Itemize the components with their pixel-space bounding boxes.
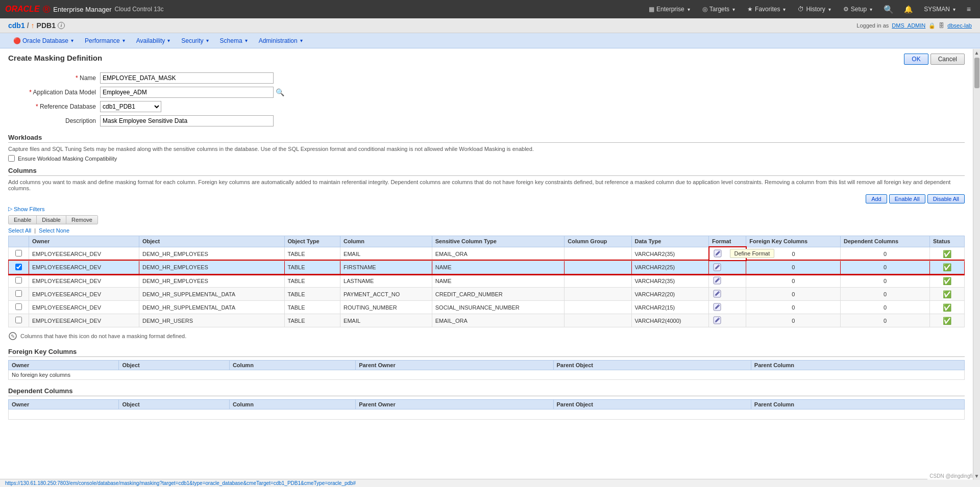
refdb-select[interactable]: cdb1_PDB1 <box>100 101 161 112</box>
table-row[interactable]: EMPLOYEESEARCH_DEV DEMO_HR_EMPLOYEES TAB… <box>9 261 965 274</box>
col-objtype-header[interactable]: Object Type <box>284 236 340 247</box>
disable-tab[interactable]: Disable <box>37 216 66 224</box>
select-all-link[interactable]: Select All <box>8 227 31 234</box>
search-icon[interactable]: 🔍 <box>879 3 898 16</box>
row-object: DEMO_HR_USERS <box>139 314 284 327</box>
row-select-cell[interactable] <box>9 288 29 301</box>
row-column: EMAIL <box>340 314 432 327</box>
disable-all-button[interactable]: Disable All <box>927 194 965 203</box>
table-header-row: Owner Object Object Type Column Sensitiv… <box>9 236 965 247</box>
row-owner: EMPLOYEESEARCH_DEV <box>29 288 139 301</box>
col-fk-header[interactable]: Foreign Key Columns <box>746 236 841 247</box>
col-owner-header[interactable]: Owner <box>29 236 139 247</box>
name-input[interactable] <box>100 72 274 84</box>
workloads-checkbox[interactable] <box>8 155 15 162</box>
row-format[interactable] <box>709 301 746 314</box>
history-icon: ⏱ <box>798 6 804 13</box>
col-column-header[interactable]: Column <box>340 236 432 247</box>
fk-section: Foreign Key Columns Owner Object Column … <box>8 348 965 380</box>
row-objtype: TABLE <box>284 301 340 314</box>
pdb-label: PDB1 <box>37 21 56 30</box>
row-checkbox[interactable] <box>15 303 22 310</box>
col-datatype-header[interactable]: Data Type <box>631 236 708 247</box>
administration-menu[interactable]: Administration ▾ <box>254 35 308 46</box>
scroll-down-arrow[interactable]: ▼ <box>973 472 980 480</box>
row-checkbox[interactable] <box>15 264 22 270</box>
define-format-icon[interactable] <box>712 289 722 298</box>
info-icon[interactable]: i <box>58 22 65 29</box>
enable-all-button[interactable]: Enable All <box>889 194 925 203</box>
row-select-cell[interactable] <box>9 274 29 288</box>
login-host-link[interactable]: dbsec-lab <box>947 22 972 29</box>
enable-tab[interactable]: Enable <box>9 216 37 224</box>
row-format[interactable]: Define Format <box>709 247 746 261</box>
row-format[interactable] <box>709 261 746 274</box>
targets-menu[interactable]: ◎ Targets ▾ <box>697 4 740 15</box>
table-row[interactable]: EMPLOYEESEARCH_DEV DEMO_HR_SUPPLEMENTAL_… <box>9 288 965 301</box>
define-format-icon[interactable] <box>713 249 723 258</box>
table-row[interactable]: EMPLOYEESEARCH_DEV DEMO_HR_USERS TABLE E… <box>9 314 965 327</box>
col-status-header[interactable]: Status <box>929 236 964 247</box>
row-checkbox[interactable] <box>15 317 22 323</box>
history-menu[interactable]: ⏱ History ▾ <box>793 4 836 15</box>
scroll-thumb[interactable] <box>974 58 979 88</box>
row-format[interactable] <box>709 288 746 301</box>
col-dep-header[interactable]: Dependent Columns <box>841 236 930 247</box>
oracle-db-menu[interactable]: 🔴 Oracle Database ▾ <box>8 35 79 46</box>
row-format[interactable] <box>709 274 746 288</box>
bell-icon[interactable]: 🔔 <box>900 3 917 15</box>
security-menu[interactable]: Security ▾ <box>176 35 213 46</box>
user-menu[interactable]: SYSMAN ▾ <box>919 4 961 15</box>
table-row[interactable]: EMPLOYEESEARCH_DEV DEMO_HR_EMPLOYEES TAB… <box>9 274 965 288</box>
define-format-icon[interactable] <box>712 302 722 312</box>
em-label: Enterprise Manager <box>53 6 111 13</box>
schema-menu[interactable]: Schema ▾ <box>215 35 253 46</box>
row-select-cell[interactable] <box>9 314 29 327</box>
scrollbar[interactable]: ▲ ▼ <box>973 49 980 480</box>
cc-label: Cloud Control 13c <box>114 6 163 13</box>
define-format-icon[interactable] <box>712 316 722 325</box>
scroll-up-arrow[interactable]: ▲ <box>973 49 980 57</box>
adm-input[interactable] <box>100 87 274 98</box>
table-row[interactable]: EMPLOYEESEARCH_DEV DEMO_HR_SUPPLEMENTAL_… <box>9 301 965 314</box>
setup-menu[interactable]: ⚙ Setup ▾ <box>838 4 877 15</box>
show-filters[interactable]: ▷ Show Filters <box>8 206 965 212</box>
define-format-icon[interactable] <box>712 276 722 285</box>
oracle-logo: ORACLE <box>5 5 40 14</box>
row-objtype: TABLE <box>284 261 340 274</box>
adm-search-icon[interactable]: 🔍 <box>276 88 284 96</box>
col-group-header[interactable]: Column Group <box>565 236 631 247</box>
row-checkbox[interactable] <box>15 290 22 297</box>
row-column: ROUTING_NUMBER <box>340 301 432 314</box>
performance-menu[interactable]: Performance ▾ <box>80 35 130 46</box>
select-none-link[interactable]: Select None <box>39 227 69 234</box>
login-user-link[interactable]: DMS_ADMIN <box>892 22 925 29</box>
remove-tab[interactable]: Remove <box>66 216 97 224</box>
row-status: ✅ <box>929 247 964 261</box>
ok-button[interactable]: OK <box>904 54 928 65</box>
row-checkbox[interactable] <box>15 277 22 284</box>
availability-menu[interactable]: Availability ▾ <box>131 35 175 46</box>
row-group <box>565 261 631 274</box>
add-button[interactable]: Add <box>866 194 887 203</box>
row-format[interactable] <box>709 314 746 327</box>
row-fk: 0 <box>746 274 841 288</box>
cancel-button[interactable]: Cancel <box>930 54 965 65</box>
table-row[interactable]: EMPLOYEESEARCH_DEV DEMO_HR_EMPLOYEES TAB… <box>9 247 965 261</box>
row-select-cell[interactable] <box>9 247 29 261</box>
col-object-header[interactable]: Object <box>139 236 284 247</box>
enterprise-menu[interactable]: ▦ Enterprise ▾ <box>644 4 695 15</box>
dep-title: Dependent Columns <box>8 387 965 396</box>
desc-input[interactable] <box>100 115 274 126</box>
col-format-header[interactable]: Format <box>709 236 746 247</box>
define-format-icon[interactable] <box>712 263 722 272</box>
favorites-menu[interactable]: ★ Favorites ▾ <box>742 4 791 15</box>
cdb-link[interactable]: cdb1 <box>8 21 25 30</box>
col-senstype-header[interactable]: Sensitive Column Type <box>432 236 565 247</box>
row-select-cell[interactable] <box>9 301 29 314</box>
more-icon[interactable]: ≡ <box>963 3 975 15</box>
row-checkbox[interactable] <box>15 250 22 257</box>
legend-text: Columns that have this icon do not have … <box>20 333 186 339</box>
row-group <box>565 288 631 301</box>
row-select-cell[interactable] <box>9 261 29 274</box>
